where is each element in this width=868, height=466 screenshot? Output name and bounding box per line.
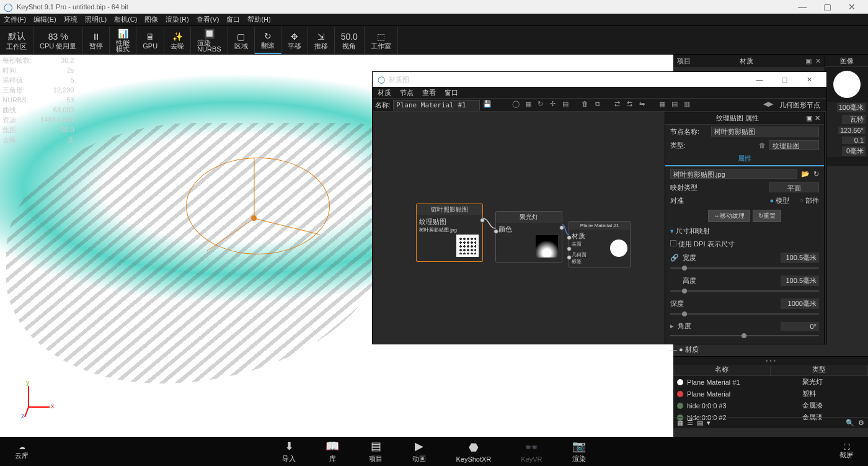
- refresh-icon[interactable]: ↻: [813, 170, 819, 178]
- menu-item[interactable]: 图像: [144, 15, 158, 24]
- mg-tool-2[interactable]: ▦: [523, 100, 533, 110]
- type-dropdown[interactable]: 纹理贴图: [769, 140, 819, 150]
- keyshotxr-button[interactable]: ⬣KeyShotXR: [456, 441, 491, 463]
- menu-item[interactable]: 查看(V): [197, 15, 219, 24]
- matgraph-geom-label[interactable]: 几何图形节点: [776, 101, 824, 110]
- tab-material[interactable]: 材质: [691, 56, 802, 66]
- node-texture-outport[interactable]: [480, 218, 485, 223]
- side-value-row[interactable]: 100毫米: [825, 102, 868, 114]
- side-value-row[interactable]: 123.66°: [825, 125, 868, 135]
- node-spot-inport[interactable]: [494, 229, 498, 234]
- menu-item[interactable]: 文件(F): [4, 15, 26, 24]
- depth-value[interactable]: 1000毫米: [781, 298, 819, 309]
- render-button[interactable]: 📷渲染: [572, 439, 586, 464]
- keyvr-button[interactable]: 👓KeyVR: [521, 441, 542, 463]
- menu-item[interactable]: 环境: [64, 15, 78, 24]
- tab-attributes[interactable]: 属性: [665, 152, 824, 166]
- folder-icon[interactable]: 📂: [801, 170, 810, 178]
- col-type[interactable]: 类型: [771, 365, 868, 375]
- matgraph-menu-item[interactable]: 材质: [378, 88, 391, 97]
- mg-tool-3[interactable]: ↻: [536, 100, 546, 110]
- toolbar-button[interactable]: 🖥GPU: [136, 27, 164, 54]
- width-value[interactable]: 100.5毫米: [781, 253, 819, 263]
- matgraph-menu-item[interactable]: 查看: [422, 88, 436, 97]
- prop-close-icon[interactable]: ✕: [815, 114, 820, 122]
- toolbar-button[interactable]: 🔲渲染 NURBS: [191, 27, 228, 54]
- toolbar-button[interactable]: ↻翻滚: [255, 27, 281, 54]
- view-list-icon[interactable]: ☰: [687, 419, 693, 427]
- screenshot-button[interactable]: ⛶截屏: [839, 443, 853, 460]
- search-icon[interactable]: 🔍: [846, 419, 854, 427]
- tree-material[interactable]: — ● 材质: [670, 344, 819, 355]
- project-button[interactable]: ▤项目: [369, 439, 383, 464]
- col-name[interactable]: 名称: [673, 365, 771, 375]
- import-button[interactable]: ⬇导入: [282, 439, 296, 464]
- view-tree-icon[interactable]: ▤: [697, 419, 703, 427]
- material-row[interactable]: hide:0:0:0 #3金属漆: [673, 400, 868, 411]
- toolbar-button[interactable]: ✥平移: [281, 27, 308, 54]
- material-row[interactable]: Plane Material塑料: [673, 388, 868, 400]
- panel-close-icon[interactable]: ✕: [815, 57, 821, 65]
- menu-item[interactable]: 编辑(E): [33, 15, 56, 24]
- menu-item[interactable]: 照明(L): [85, 15, 107, 24]
- material-row[interactable]: Plane Material #1聚光灯: [673, 376, 868, 388]
- mg-tool-5[interactable]: ▤: [560, 100, 570, 110]
- list-grip[interactable]: • • •: [673, 357, 868, 365]
- matgraph-min-button[interactable]: —: [747, 76, 772, 83]
- panel-pin-icon[interactable]: ▣: [805, 57, 812, 65]
- node-out-in1[interactable]: [567, 235, 572, 240]
- toolbar-button[interactable]: 📊性能 模式: [110, 27, 136, 54]
- move-texture-button[interactable]: ↔移动纹理: [708, 210, 750, 222]
- node-texture[interactable]: 链叶照影贴图 纹理贴图 树叶剪影贴图.jpg: [416, 204, 483, 262]
- toolbar-button[interactable]: ⬚工作室: [365, 27, 398, 54]
- matgraph-max-button[interactable]: ▢: [772, 76, 797, 84]
- matgraph-close-button[interactable]: ✕: [797, 76, 822, 84]
- node-spotlight[interactable]: 聚光灯 颜色: [495, 211, 562, 262]
- matgraph-menu-item[interactable]: 节点: [400, 88, 414, 97]
- filter-icon[interactable]: ▾: [707, 419, 711, 427]
- mg-tool-1[interactable]: ◯: [511, 100, 521, 110]
- align-part-radio[interactable]: ○ 部件: [799, 196, 819, 205]
- section-size-mapping[interactable]: ▾ 尺寸和映射: [665, 225, 824, 238]
- menu-item[interactable]: 渲染(R): [166, 15, 188, 24]
- mg-toggle-icon[interactable]: ◀▶: [763, 100, 773, 110]
- depth-slider[interactable]: [670, 311, 819, 317]
- node-name-input[interactable]: [711, 127, 819, 137]
- settings-icon[interactable]: ⚙: [858, 419, 864, 427]
- toolbar-button[interactable]: ✨去噪: [164, 27, 191, 54]
- mg-save-icon[interactable]: 💾: [482, 100, 492, 110]
- matgraph-name-input[interactable]: [393, 100, 480, 110]
- matgraph-menu-item[interactable]: 窗口: [445, 88, 458, 97]
- cloud-library-button[interactable]: ☁云库: [15, 443, 29, 460]
- width-slider[interactable]: [670, 265, 819, 271]
- mg-grid-1[interactable]: ▦: [657, 100, 667, 110]
- close-button[interactable]: ✕: [839, 0, 864, 14]
- side-value-row[interactable]: 0.1: [825, 135, 868, 145]
- mg-grid-2[interactable]: ▤: [670, 100, 680, 110]
- height-slider[interactable]: [670, 288, 819, 294]
- menu-item[interactable]: 帮助(H): [247, 15, 270, 24]
- node-out-in3[interactable]: [567, 255, 572, 260]
- map-type-dropdown[interactable]: 平面: [769, 182, 819, 192]
- toolbar-button[interactable]: ▢区域: [228, 27, 255, 54]
- library-button[interactable]: 📖库: [326, 439, 339, 464]
- node-spot-outport[interactable]: [559, 225, 564, 230]
- mg-link-3[interactable]: ⇋: [637, 100, 647, 110]
- side-value-row[interactable]: 瓦特: [825, 114, 868, 125]
- side-value-row[interactable]: 0毫米: [825, 145, 868, 157]
- mg-link-2[interactable]: ⇆: [625, 100, 635, 110]
- tab-image[interactable]: 图像: [825, 55, 868, 67]
- prop-pin-icon[interactable]: ▣: [806, 114, 812, 122]
- node-out-in2[interactable]: [567, 246, 572, 251]
- link-icon[interactable]: 🔗: [670, 254, 679, 262]
- angle-value[interactable]: 0°: [781, 322, 819, 331]
- tab-project[interactable]: 项目: [677, 56, 691, 66]
- toolbar-button[interactable]: 50.0视角: [335, 27, 365, 54]
- mg-link-1[interactable]: ⇄: [613, 100, 622, 110]
- mg-del-icon[interactable]: 🗑: [580, 100, 590, 110]
- use-dpi-checkbox[interactable]: 使用 DPI 表示尺寸: [670, 240, 735, 249]
- mg-copy-icon[interactable]: ⧉: [593, 100, 603, 110]
- maximize-button[interactable]: ▢: [815, 0, 839, 14]
- align-model-radio[interactable]: ● 模型: [770, 196, 790, 205]
- toolbar-button[interactable]: 83 %CPU 使用量: [33, 27, 83, 54]
